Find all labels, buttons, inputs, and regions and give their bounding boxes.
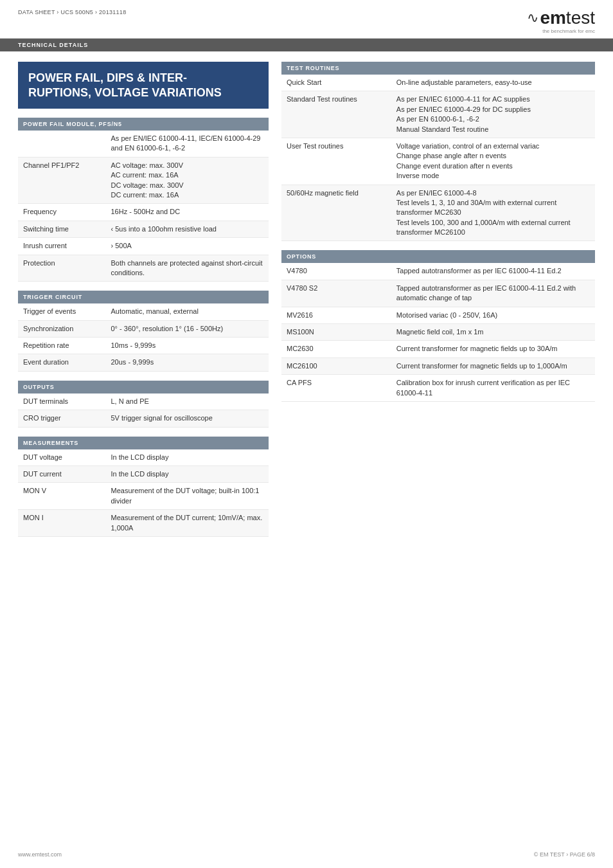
- table-row-label: V4780: [281, 263, 391, 280]
- table-row-label: DUT terminals: [18, 393, 106, 410]
- table-row-label: Event duration: [18, 354, 106, 371]
- table-row-label: Quick Start: [281, 75, 391, 91]
- measurements-table: MEASUREMENTS DUT voltageIn the LCD displ…: [18, 437, 269, 537]
- table-row-label: V4780 S2: [281, 280, 391, 307]
- power-fail-header: POWER FAIL MODULE, PFS/N5: [18, 118, 269, 131]
- table-row: Both channels are protected against shor…: [106, 255, 269, 282]
- table-row-label: Repetition rate: [18, 338, 106, 354]
- table-row-label: CA PFS: [281, 375, 391, 402]
- test-routines-table: TEST ROUTINES Quick StartOn-line adjusta…: [281, 62, 595, 241]
- table-row-label: Frequency: [18, 204, 106, 221]
- table-row: Tapped autotransformer as per IEC 61000-…: [391, 263, 595, 280]
- table-row: 0° - 360°, resolution 1° (16 - 500Hz): [106, 320, 269, 337]
- table-row-label: CRO trigger: [18, 410, 106, 427]
- table-row-label: Protection: [18, 255, 106, 282]
- table-row: Calibration box for inrush current verif…: [391, 375, 595, 402]
- breadcrumb: DATA SHEET › UCS 500N5 › 20131118: [18, 9, 126, 15]
- options-header: OPTIONS: [281, 250, 595, 263]
- table-row-label: MV2616: [281, 307, 391, 323]
- table-row: Magnetic field coil, 1m x 1m: [391, 324, 595, 341]
- table-row: › 500A: [106, 238, 269, 255]
- logo-wave-icon: ∿: [527, 11, 538, 25]
- table-row-label: [18, 131, 106, 157]
- table-row-label: MON V: [18, 483, 106, 510]
- table-row-label: Trigger of events: [18, 303, 106, 320]
- table-row-label: DUT current: [18, 466, 106, 483]
- right-column: TEST ROUTINES Quick StartOn-line adjusta…: [281, 62, 595, 546]
- power-fail-table: POWER FAIL MODULE, PFS/N5 As per EN/IEC …: [18, 118, 269, 282]
- table-row: 16Hz - 500Hz and DC: [106, 204, 269, 221]
- page-title: POWER FAIL, DIPS & INTER- RUPTIONS, VOLT…: [28, 71, 258, 100]
- table-row: 20us - 9,999s: [106, 354, 269, 371]
- table-row-label: MS100N: [281, 324, 391, 341]
- table-row: 5V trigger signal for oscilloscope: [106, 410, 269, 427]
- table-row-label: Channel PF1/PF2: [18, 157, 106, 204]
- table-row: As per EN/IEC 61000-4-8Test levels 1, 3,…: [391, 185, 595, 241]
- footer-left: www.emtest.com: [18, 851, 62, 858]
- table-row: Current transformer for magnetic fields …: [391, 357, 595, 374]
- table-row: Current transformer for magnetic fields …: [391, 341, 595, 357]
- options-table: OPTIONS V4780Tapped autotransformer as p…: [281, 250, 595, 402]
- table-row: As per EN/IEC 61000-4-11 for AC supplies…: [391, 91, 595, 138]
- table-row-label: MON I: [18, 510, 106, 537]
- table-row-label: 50/60Hz magnetic field: [281, 185, 391, 241]
- title-box: POWER FAIL, DIPS & INTER- RUPTIONS, VOLT…: [18, 62, 269, 109]
- table-row: In the LCD display: [106, 466, 269, 483]
- measurements-header: MEASUREMENTS: [18, 437, 269, 449]
- logo-area: ∿ emtest the benchmark for emc: [527, 9, 595, 34]
- footer-right: © EM TEST › PAGE 6/8: [534, 851, 595, 858]
- logo: ∿ emtest: [527, 9, 595, 27]
- trigger-circuit-header: TRIGGER CIRCUIT: [18, 291, 269, 303]
- table-row-label: MC26100: [281, 357, 391, 374]
- logo-em: em: [540, 9, 565, 27]
- table-row-label: User Test routines: [281, 138, 391, 185]
- table-row-label: Synchronization: [18, 320, 106, 337]
- table-row: AC voltage: max. 300VAC current: max. 16…: [106, 157, 269, 204]
- table-row: 10ms - 9,999s: [106, 338, 269, 354]
- table-row: Motorised variac (0 - 250V, 16A): [391, 307, 595, 323]
- table-row: On-line adjustable parameters, easy-to-u…: [391, 75, 595, 91]
- logo-tagline: the benchmark for emc: [542, 28, 595, 34]
- table-row: ‹ 5us into a 100ohm resistive load: [106, 221, 269, 237]
- left-column: POWER FAIL, DIPS & INTER- RUPTIONS, VOLT…: [18, 62, 269, 546]
- outputs-header: OUTPUTS: [18, 381, 269, 393]
- section-header-bar: TECHNICAL DETAILS: [0, 39, 613, 51]
- table-row: L, N and PE: [106, 393, 269, 410]
- table-row: Voltage variation, control of an externa…: [391, 138, 595, 185]
- page-header: DATA SHEET › UCS 500N5 › 20131118 ∿ emte…: [0, 0, 613, 39]
- trigger-circuit-table: TRIGGER CIRCUIT Trigger of eventsAutomat…: [18, 291, 269, 372]
- table-row: As per EN/IEC 61000-4-11, IEC/EN 61000-4…: [106, 131, 269, 157]
- outputs-table: OUTPUTS DUT terminalsL, N and PECRO trig…: [18, 381, 269, 428]
- table-row: Measurement of the DUT current; 10mV/A; …: [106, 510, 269, 537]
- table-row: In the LCD display: [106, 449, 269, 466]
- section-header-label: TECHNICAL DETAILS: [18, 42, 88, 48]
- table-row: Tapped autotransformer as per IEC 61000-…: [391, 280, 595, 307]
- page-footer: www.emtest.com © EM TEST › PAGE 6/8: [18, 851, 595, 858]
- logo-test: test: [566, 9, 595, 27]
- table-row-label: Inrush current: [18, 238, 106, 255]
- test-routines-header: TEST ROUTINES: [281, 62, 595, 75]
- table-row-label: Switching time: [18, 221, 106, 237]
- table-row-label: Standard Test routines: [281, 91, 391, 138]
- table-row-label: MC2630: [281, 341, 391, 357]
- table-row: Automatic, manual, external: [106, 303, 269, 320]
- table-row-label: DUT voltage: [18, 449, 106, 466]
- table-row: Measurement of the DUT voltage; built-in…: [106, 483, 269, 510]
- main-content: POWER FAIL, DIPS & INTER- RUPTIONS, VOLT…: [0, 62, 613, 546]
